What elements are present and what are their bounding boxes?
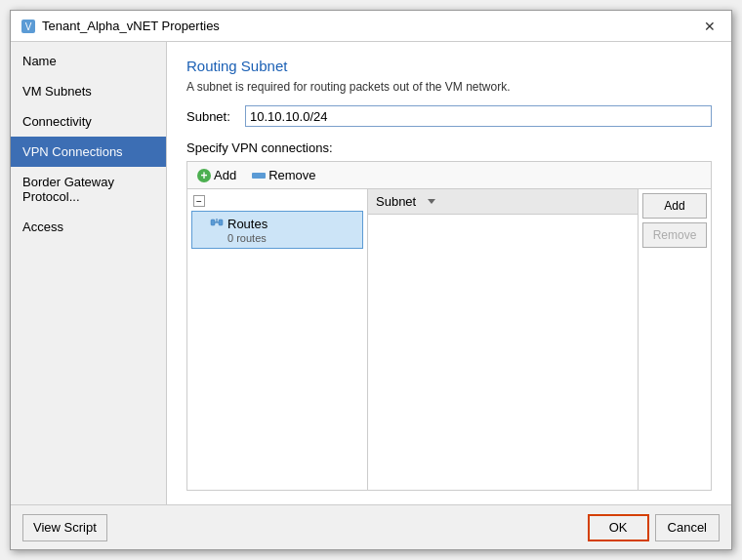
tree-item-routes-count: 0 routes: [227, 232, 345, 244]
title-bar: V Tenant_Alpha_vNET Properties ✕: [11, 11, 731, 42]
subnet-table-content: [368, 215, 638, 490]
cancel-button[interactable]: Cancel: [655, 514, 720, 541]
tree-item-name: Routes: [210, 216, 345, 232]
app-icon: V: [21, 19, 36, 34]
sidebar-item-access[interactable]: Access: [11, 212, 166, 242]
subnet-table-header: Subnet: [368, 189, 638, 215]
vpn-connections-label: Specify VPN connections:: [186, 140, 712, 155]
toolbar-remove-button[interactable]: Remove: [248, 166, 319, 184]
dialog-title: Tenant_Alpha_vNET Properties: [42, 19, 220, 33]
sidebar-item-vm-subnets[interactable]: VM Subnets: [11, 76, 166, 106]
main-panel: Routing Subnet A subnet is required for …: [167, 42, 731, 504]
dialog-footer: View Script OK Cancel: [11, 504, 731, 549]
svg-text:V: V: [25, 21, 32, 32]
add-icon: +: [197, 169, 211, 182]
action-column: Add Remove: [638, 189, 711, 490]
subnet-label: Subnet:: [186, 109, 245, 124]
sidebar: Name VM Subnets Connectivity VPN Connect…: [11, 42, 167, 504]
tree-routes-item[interactable]: Routes 0 routes: [191, 211, 363, 249]
remove-icon: [252, 173, 266, 179]
svg-rect-2: [211, 220, 215, 225]
ok-button[interactable]: OK: [588, 514, 649, 541]
routes-icon: [210, 216, 224, 232]
view-script-button[interactable]: View Script: [22, 514, 107, 541]
vpn-toolbar: + Add Remove: [186, 161, 712, 188]
subnet-remove-button[interactable]: Remove: [642, 222, 707, 248]
tree-collapse-row: −: [187, 193, 367, 209]
footer-left: View Script: [22, 514, 107, 541]
dialog: V Tenant_Alpha_vNET Properties ✕ Name VM…: [10, 10, 732, 550]
sort-arrow-icon: [428, 199, 435, 204]
subnet-add-button[interactable]: Add: [642, 193, 707, 219]
vpn-body: − Routes: [186, 188, 712, 491]
title-bar-left: V Tenant_Alpha_vNET Properties: [21, 19, 220, 34]
content-area: Name VM Subnets Connectivity VPN Connect…: [11, 42, 731, 504]
sidebar-item-border-gateway[interactable]: Border Gateway Protocol...: [11, 167, 166, 212]
close-button[interactable]: ✕: [698, 17, 721, 36]
footer-right: OK Cancel: [588, 514, 720, 541]
subnet-field-row: Subnet:: [186, 105, 712, 127]
section-desc: A subnet is required for routing packets…: [186, 80, 712, 94]
section-title: Routing Subnet: [186, 58, 712, 74]
sidebar-item-name[interactable]: Name: [11, 46, 166, 76]
subnet-panel: Subnet: [368, 189, 638, 490]
sidebar-item-connectivity[interactable]: Connectivity: [11, 106, 166, 137]
sidebar-item-vpn-connections[interactable]: VPN Connections: [11, 137, 166, 167]
toolbar-add-button[interactable]: + Add: [193, 166, 240, 184]
svg-rect-3: [219, 220, 223, 225]
tree-panel: − Routes: [187, 189, 368, 490]
subnet-input[interactable]: [245, 105, 712, 127]
collapse-button[interactable]: −: [193, 195, 205, 207]
